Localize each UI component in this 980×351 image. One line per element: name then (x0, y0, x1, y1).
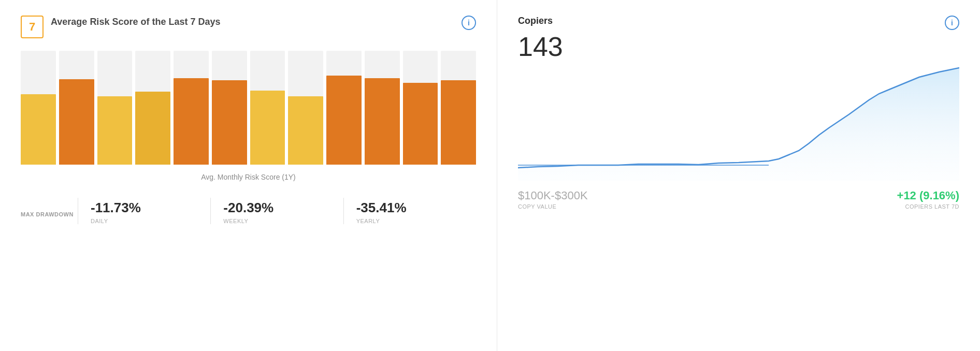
drawdown-values: -11.73%DAILY-20.39%WEEKLY-35.41%YEARLY (78, 198, 476, 224)
bar-fill (250, 91, 285, 165)
drawdown-value: -20.39% (223, 200, 343, 216)
bar-item (174, 51, 209, 165)
right-panel: Copiers i 143 $100K-$300K COPY VALUE (497, 0, 980, 351)
bar-fill (174, 78, 209, 165)
bar-fill (59, 79, 94, 165)
drawdown-period: WEEKLY (223, 218, 343, 224)
copy-value-label: COPY VALUE (518, 203, 588, 210)
drawdown-item: -20.39%WEEKLY (210, 198, 343, 224)
bar-fill (365, 78, 400, 165)
copiers-title: Copiers (518, 16, 553, 26)
copiers-header: Copiers i (518, 16, 959, 30)
bar-fill (97, 96, 133, 165)
bar-fill (135, 92, 170, 165)
info-icon-left[interactable]: i (462, 16, 476, 30)
drawdown-value: -35.41% (356, 200, 476, 216)
drawdown-label: MAX DRAWDOWN (21, 198, 78, 217)
copiers-svg (518, 67, 959, 181)
copiers-change-value: +12 (9.16%) (897, 189, 959, 202)
copy-value: $100K-$300K (518, 189, 588, 202)
bar-item (97, 51, 133, 165)
bar-fill (21, 94, 56, 165)
copiers-change-label: COPIERS LAST 7D (897, 203, 959, 210)
copy-value-block: $100K-$300K COPY VALUE (518, 189, 588, 210)
bar-fill (288, 96, 323, 165)
risk-bar-chart (21, 51, 476, 165)
bar-item (365, 51, 400, 165)
drawdown-section: MAX DRAWDOWN -11.73%DAILY-20.39%WEEKLY-3… (21, 198, 476, 224)
bar-item (441, 51, 476, 165)
info-icon-right[interactable]: i (945, 16, 959, 30)
bar-chart-inner (21, 51, 476, 165)
panel-title: Average Risk Score of the Last 7 Days (51, 16, 220, 28)
drawdown-item: -11.73%DAILY (78, 198, 210, 224)
drawdown-value: -11.73% (91, 200, 210, 216)
drawdown-period: YEARLY (356, 218, 476, 224)
bar-item (212, 51, 247, 165)
bar-fill (212, 80, 247, 165)
bar-fill (403, 83, 438, 165)
bar-item (326, 51, 362, 165)
bar-item (59, 51, 94, 165)
left-header: 7 Average Risk Score of the Last 7 Days … (21, 16, 476, 38)
bar-item (21, 51, 56, 165)
drawdown-period: DAILY (91, 218, 210, 224)
left-panel: 7 Average Risk Score of the Last 7 Days … (0, 0, 497, 351)
bar-item (250, 51, 285, 165)
copiers-change-block: +12 (9.16%) COPIERS LAST 7D (897, 189, 959, 210)
drawdown-item: -35.41%YEARLY (343, 198, 476, 224)
bar-fill (326, 76, 362, 165)
title-area: 7 Average Risk Score of the Last 7 Days (21, 16, 220, 38)
bottom-stats: $100K-$300K COPY VALUE +12 (9.16%) COPIE… (518, 189, 959, 210)
score-badge: 7 (21, 16, 44, 38)
copiers-chart (518, 67, 959, 181)
bar-item (288, 51, 323, 165)
bar-fill (441, 80, 476, 165)
copiers-count: 143 (518, 32, 959, 62)
bar-item (403, 51, 438, 165)
chart-area (518, 68, 959, 181)
bar-item (135, 51, 170, 165)
chart-label: Avg. Monthly Risk Score (1Y) (21, 173, 476, 181)
